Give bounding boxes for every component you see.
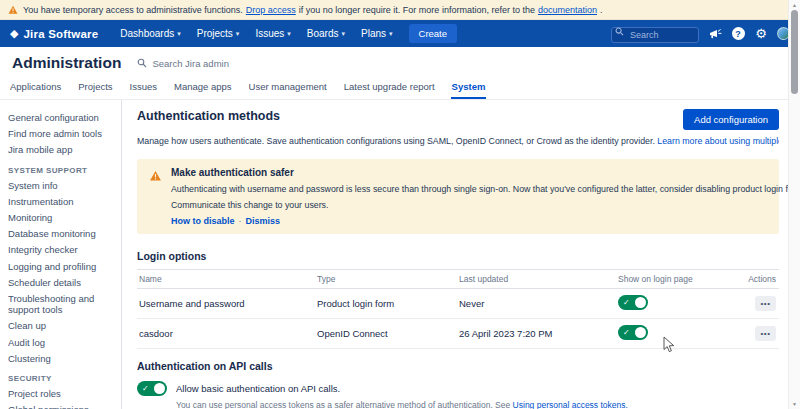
basic-auth-api-toggle[interactable]: ✓ [137,381,167,396]
tab-issues[interactable]: Issues [129,77,158,99]
tab-latest-upgrade-report[interactable]: Latest upgrade report [343,77,436,99]
sidebar-item-integrity-checker[interactable]: Integrity checker [8,244,115,255]
warning-links: How to disable·Dismiss [171,216,800,226]
nav-menu-label: Issues [255,28,284,39]
section-description: Manage how users authenticate. Save auth… [137,136,779,146]
scrollbar-thumb[interactable] [791,10,798,94]
administration-header: Administration Search Jira admin [0,47,800,77]
show-on-login-toggle[interactable]: ✓ [618,295,648,310]
settings-gear-icon[interactable]: ⚙ [754,27,768,41]
sidebar-item-system-info[interactable]: System info [8,180,115,191]
row-actions-button[interactable]: ••• [755,326,776,341]
sidebar-item-troubleshooting-and-support-tools[interactable]: Troubleshooting and support tools [8,293,115,315]
nav-right-cluster: ? ⚙ [611,24,790,43]
check-icon: ✓ [142,383,149,394]
sidebar-item-find-more-admin-tools[interactable]: Find more admin tools [8,128,115,139]
nav-search [611,24,699,43]
sidebar-item-logging-and-profiling[interactable]: Logging and profiling [8,261,115,272]
sidebar-item-database-monitoring[interactable]: Database monitoring [8,228,115,239]
sidebar-item-scheduler-details[interactable]: Scheduler details [8,277,115,288]
warning-icon [8,5,18,15]
search-icon [137,58,147,68]
tab-user-management[interactable]: User management [248,77,328,99]
api-description-text: You can use personal access tokens as a … [176,400,510,409]
tab-projects[interactable]: Projects [77,77,113,99]
scroll-down-arrow-icon[interactable]: ▼ [789,399,800,409]
main-content: Authentication methods Add configuration… [122,100,800,409]
banner-text-3: . [600,5,603,15]
nav-menu-label: Dashboards [120,28,174,39]
sidebar-item-project-roles[interactable]: Project roles [8,388,115,399]
sidebar-item-clustering[interactable]: Clustering [8,353,115,364]
login-options-heading: Login options [137,250,779,262]
tab-manage-apps[interactable]: Manage apps [173,77,233,99]
nav-menu-projects[interactable]: Projects▾ [197,28,240,39]
section-title: Authentication methods [137,109,280,123]
add-configuration-button[interactable]: Add configuration [683,109,779,130]
nav-menu-dashboards[interactable]: Dashboards▾ [120,28,180,39]
documentation-link[interactable]: documentation [538,5,597,15]
gear-glyph: ⚙ [755,27,767,40]
admin-search-label: Search Jira admin [152,58,229,69]
warning-title: Make authentication safer [171,167,800,179]
temporary-access-banner: You have temporary access to administrat… [0,0,800,20]
banner-text-2: if you no longer require it. For more in… [299,5,535,15]
sidebar-item-instrumentation[interactable]: Instrumentation [8,196,115,207]
jira-diamond-icon: ◆ [10,27,18,40]
vertical-scrollbar[interactable]: ▲ ▼ [788,0,800,409]
column-header-show-on-login-page: Show on login page [618,274,748,284]
search-input[interactable] [611,27,699,43]
row-type: Product login form [317,298,459,309]
row-actions-button[interactable]: ••• [755,296,776,311]
sidebar-item-monitoring[interactable]: Monitoring [8,212,115,223]
api-toggle-row: ✓ Allow basic authentication on API call… [137,381,779,396]
table-header-row: Name Type Last updated Show on login pag… [137,269,779,289]
sidebar-item-general-configuration[interactable]: General configuration [8,112,115,123]
jira-logo[interactable]: ◆ Jira Software [10,27,98,40]
row-name: casdoor [137,328,317,339]
drop-access-link[interactable]: Drop access [246,5,296,15]
table-row: Username and password Product login form… [137,289,779,319]
dismiss-link[interactable]: Dismiss [246,216,281,226]
page-title: Administration [12,54,121,72]
nav-menu-label: Boards [307,28,339,39]
learn-more-link[interactable]: Learn more about using multiple identity… [657,136,779,146]
help-icon[interactable]: ? [731,27,745,41]
warning-content: Make authentication safer Authenticating… [171,167,800,226]
toggle-knob [154,383,165,394]
question-mark-glyph: ? [732,27,745,40]
warning-body-1: Authenticating with username and passwor… [171,184,800,195]
login-options-table: Name Type Last updated Show on login pag… [137,269,779,349]
show-on-login-toggle[interactable]: ✓ [618,325,648,340]
announcements-icon[interactable] [708,27,722,41]
warning-icon [149,167,162,226]
api-toggle-label: Allow basic authentication on API calls. [176,383,340,394]
sidebar-item-clean-up[interactable]: Clean up [8,320,115,331]
column-header-type: Type [317,274,459,284]
how-to-disable-link[interactable]: How to disable [171,216,235,226]
chevron-down-icon: ▾ [236,30,240,38]
toggle-knob [635,297,646,308]
row-show-toggle-cell: ✓ [618,295,748,312]
personal-access-tokens-link[interactable]: Using personal access tokens. [513,400,628,409]
nav-menu-label: Projects [197,28,233,39]
nav-menu-issues[interactable]: Issues▾ [255,28,290,39]
tab-system[interactable]: System [451,77,487,99]
tab-applications[interactable]: Applications [9,77,62,99]
create-button[interactable]: Create [409,24,458,43]
banner-text: You have temporary access to administrat… [23,5,602,15]
sidebar-item-global-permissions[interactable]: Global permissions [8,404,115,409]
admin-search[interactable]: Search Jira admin [137,58,229,69]
body: General configuration Find more admin to… [0,100,800,409]
banner-text-1: You have temporary access to administrat… [23,5,243,15]
sidebar-item-jira-mobile-app[interactable]: Jira mobile app [8,144,115,155]
nav-menu-plans[interactable]: Plans▾ [361,28,393,39]
row-last-updated: 26 April 2023 7:20 PM [459,328,618,339]
nav-menu-boards[interactable]: Boards▾ [307,28,345,39]
scroll-up-arrow-icon[interactable]: ▲ [789,0,800,10]
table-row: casdoor OpenID Connect 26 April 2023 7:2… [137,319,779,349]
sidebar-heading-system-support: SYSTEM SUPPORT [8,166,115,175]
chevron-down-icon: ▾ [287,30,291,38]
sidebar-item-audit-log[interactable]: Audit log [8,337,115,348]
row-type: OpenID Connect [317,328,459,339]
